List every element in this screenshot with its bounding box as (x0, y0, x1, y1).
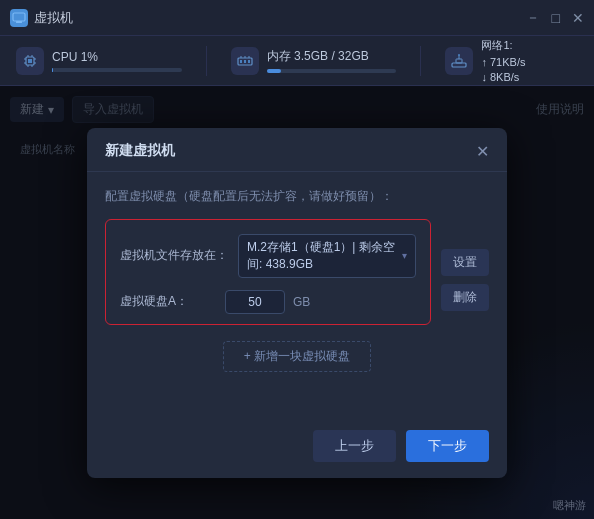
storage-select[interactable]: M.2存储1（硬盘1）| 剩余空间: 438.9GB ▾ (238, 234, 416, 278)
disk-a-label: 虚拟硬盘A： (120, 293, 215, 310)
cpu-bar-fill (52, 68, 53, 72)
memory-bar-fill (267, 69, 281, 73)
memory-label: 内存 3.5GB / 32GB (267, 48, 397, 65)
minimize-button[interactable]: － (526, 9, 540, 27)
prev-step-button[interactable]: 上一步 (313, 430, 396, 462)
stat-divider-2 (420, 46, 421, 76)
config-button[interactable]: 设置 (441, 249, 489, 276)
cpu-bar-bg (52, 68, 182, 72)
disk-unit-label: GB (293, 295, 310, 309)
network-label: 网络1: (481, 38, 525, 53)
svg-rect-4 (28, 59, 32, 63)
stat-divider-1 (206, 46, 207, 76)
new-vm-modal: 新建虚拟机 ✕ 配置虚拟硬盘（硬盘配置后无法扩容，请做好预留）： 虚拟机文件存放… (87, 128, 507, 478)
storage-label: 虚拟机文件存放在： (120, 247, 228, 264)
close-button[interactable]: ✕ (572, 10, 584, 26)
cpu-label: CPU 1% (52, 50, 182, 64)
app-title: 虚拟机 (34, 9, 73, 27)
modal-close-button[interactable]: ✕ (476, 142, 489, 161)
title-bar-left: 虚拟机 (10, 9, 73, 27)
title-bar: 虚拟机 － □ ✕ (0, 0, 594, 36)
app-icon (10, 9, 28, 27)
modal-title: 新建虚拟机 (105, 142, 175, 160)
svg-rect-20 (452, 63, 466, 67)
cpu-icon (16, 47, 44, 75)
memory-icon (231, 47, 259, 75)
storage-arrow: ▾ (402, 250, 407, 261)
maximize-button[interactable]: □ (552, 10, 560, 26)
cpu-info: CPU 1% (52, 50, 182, 72)
delete-button[interactable]: 删除 (441, 284, 489, 311)
network-down: ↓ 8KB/s (481, 71, 525, 83)
add-disk-button[interactable]: + 新增一块虚拟硬盘 (223, 341, 371, 372)
side-action-buttons: 设置 删除 (441, 219, 489, 311)
modal-body: 配置虚拟硬盘（硬盘配置后无法扩容，请做好预留）： 虚拟机文件存放在： M.2存储… (87, 172, 507, 420)
disk-a-row: 虚拟硬盘A： GB (120, 290, 416, 314)
svg-point-2 (18, 15, 21, 18)
disk-config-section: 虚拟机文件存放在： M.2存储1（硬盘1）| 剩余空间: 438.9GB ▾ 虚… (105, 219, 431, 325)
memory-info: 内存 3.5GB / 32GB (267, 48, 397, 73)
svg-point-23 (458, 54, 460, 56)
disk-input-group: GB (225, 290, 310, 314)
network-up: ↑ 71KB/s (481, 56, 525, 68)
modal-overlay: 新建虚拟机 ✕ 配置虚拟硬盘（硬盘配置后无法扩容，请做好预留）： 虚拟机文件存放… (0, 86, 594, 519)
stats-bar: CPU 1% 内存 3.5GB / 32GB (0, 36, 594, 86)
add-disk-row: + 新增一块虚拟硬盘 (105, 341, 489, 372)
window-controls: － □ ✕ (526, 9, 584, 27)
cpu-stat: CPU 1% (16, 47, 182, 75)
disk-size-input[interactable] (225, 290, 285, 314)
svg-rect-1 (16, 21, 22, 23)
next-step-button[interactable]: 下一步 (406, 430, 489, 462)
svg-rect-15 (244, 60, 246, 63)
modal-header: 新建虚拟机 ✕ (87, 128, 507, 172)
modal-footer: 上一步 下一步 (87, 420, 507, 478)
network-stat: 网络1: ↑ 71KB/s ↓ 8KB/s (445, 38, 578, 83)
memory-bar-bg (267, 69, 397, 73)
storage-value: M.2存储1（硬盘1）| 剩余空间: 438.9GB (247, 239, 396, 273)
network-icon (445, 47, 473, 75)
network-info: 网络1: ↑ 71KB/s ↓ 8KB/s (481, 38, 525, 83)
svg-rect-14 (240, 60, 242, 63)
modal-subtitle: 配置虚拟硬盘（硬盘配置后无法扩容，请做好预留）： (105, 188, 489, 205)
svg-rect-16 (248, 60, 250, 63)
memory-stat: 内存 3.5GB / 32GB (231, 47, 397, 75)
storage-row: 虚拟机文件存放在： M.2存储1（硬盘1）| 剩余空间: 438.9GB ▾ (120, 234, 416, 278)
main-area: 新建 ▾ 导入虚拟机 使用说明 虚拟机名称 新建虚拟机 ✕ 配置虚拟硬盘（硬盘配… (0, 86, 594, 519)
